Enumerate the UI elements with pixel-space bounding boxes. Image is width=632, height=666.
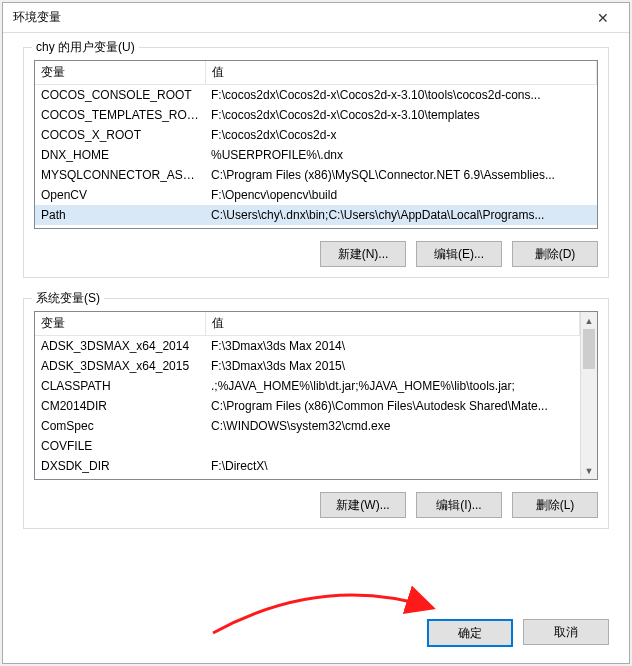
user-delete-button[interactable]: 删除(D): [512, 241, 598, 267]
table-row[interactable]: PathC:\Users\chy\.dnx\bin;C:\Users\chy\A…: [35, 205, 597, 225]
cell-val: C:\Program Files (x86)\Common Files\Auto…: [205, 396, 580, 416]
scroll-thumb[interactable]: [583, 329, 595, 369]
dialog-footer: 确定 取消: [3, 613, 629, 663]
cell-val: [205, 436, 580, 456]
cell-val: F:\3Dmax\3ds Max 2015\: [205, 356, 580, 376]
system-vars-table[interactable]: 变量 值 ADSK_3DSMAX_x64_2014F:\3Dmax\3ds Ma…: [35, 312, 580, 476]
table-row[interactable]: COCOS_CONSOLE_ROOTF:\cocos2dx\Cocos2d-x\…: [35, 85, 597, 106]
cell-val: F:\Opencv\opencv\build: [205, 185, 597, 205]
cell-val: F:\cocos2dx\Cocos2d-x\Cocos2d-x-3.10\too…: [205, 85, 597, 106]
user-edit-button[interactable]: 编辑(E)...: [416, 241, 502, 267]
cell-var: COCOS_X_ROOT: [35, 125, 205, 145]
titlebar: 环境变量 ✕: [3, 3, 629, 33]
cell-var: COCOS_CONSOLE_ROOT: [35, 85, 205, 106]
system-vars-label: 系统变量(S): [32, 290, 104, 307]
system-new-button[interactable]: 新建(W)...: [320, 492, 406, 518]
cell-val: C:\WINDOWS\system32\cmd.exe: [205, 416, 580, 436]
table-row[interactable]: COVFILE: [35, 436, 580, 456]
table-row[interactable]: DXSDK_DIRF:\DirectX\: [35, 456, 580, 476]
scroll-down-icon[interactable]: ▼: [581, 462, 597, 479]
cell-var: DXSDK_DIR: [35, 456, 205, 476]
table-row[interactable]: COCOS_X_ROOTF:\cocos2dx\Cocos2d-x: [35, 125, 597, 145]
col-header-val[interactable]: 值: [205, 61, 597, 85]
cell-val: F:\3Dmax\3ds Max 2014\: [205, 336, 580, 357]
cell-var: CLASSPATH: [35, 376, 205, 396]
cell-var: OpenCV: [35, 185, 205, 205]
cell-var: COCOS_TEMPLATES_ROOT: [35, 105, 205, 125]
table-row[interactable]: ComSpecC:\WINDOWS\system32\cmd.exe: [35, 416, 580, 436]
user-vars-group: chy 的用户变量(U) 变量 值 COCOS_CONSOLE: [23, 47, 609, 278]
cell-var: ComSpec: [35, 416, 205, 436]
user-vars-table[interactable]: 变量 值 COCOS_CONSOLE_ROOTF:\cocos2dx\Cocos…: [35, 61, 597, 225]
col-header-val[interactable]: 值: [205, 312, 580, 336]
cell-var: COVFILE: [35, 436, 205, 456]
cell-val: F:\DirectX\: [205, 456, 580, 476]
cell-val: .;%JAVA_HOME%\lib\dt.jar;%JAVA_HOME%\lib…: [205, 376, 580, 396]
table-row[interactable]: CM2014DIRC:\Program Files (x86)\Common F…: [35, 396, 580, 416]
cell-var: ADSK_3DSMAX_x64_2015: [35, 356, 205, 376]
cell-val: F:\cocos2dx\Cocos2d-x\Cocos2d-x-3.10\tem…: [205, 105, 597, 125]
col-header-var[interactable]: 变量: [35, 61, 205, 85]
cell-val: C:\Program Files (x86)\MySQL\Connector.N…: [205, 165, 597, 185]
table-row[interactable]: CLASSPATH.;%JAVA_HOME%\lib\dt.jar;%JAVA_…: [35, 376, 580, 396]
cancel-button[interactable]: 取消: [523, 619, 609, 645]
ok-button[interactable]: 确定: [427, 619, 513, 647]
cell-var: DNX_HOME: [35, 145, 205, 165]
cell-var: CM2014DIR: [35, 396, 205, 416]
cell-val: F:\cocos2dx\Cocos2d-x: [205, 125, 597, 145]
table-row[interactable]: COCOS_TEMPLATES_ROOTF:\cocos2dx\Cocos2d-…: [35, 105, 597, 125]
window-title: 环境变量: [13, 9, 61, 26]
system-vars-group: 系统变量(S) 变量 值 ADSK_3DSMAX_x64_20: [23, 298, 609, 529]
close-button[interactable]: ✕: [583, 4, 623, 32]
system-edit-button[interactable]: 编辑(I)...: [416, 492, 502, 518]
system-delete-button[interactable]: 删除(L): [512, 492, 598, 518]
cell-val: C:\Users\chy\.dnx\bin;C:\Users\chy\AppDa…: [205, 205, 597, 225]
table-row[interactable]: ADSK_3DSMAX_x64_2014F:\3Dmax\3ds Max 201…: [35, 336, 580, 357]
system-vars-scrollbar[interactable]: ▲ ▼: [580, 312, 597, 479]
system-vars-table-wrap: 变量 值 ADSK_3DSMAX_x64_2014F:\3Dmax\3ds Ma…: [34, 311, 598, 480]
dialog-body: chy 的用户变量(U) 变量 值 COCOS_CONSOLE: [3, 33, 629, 613]
user-new-button[interactable]: 新建(N)...: [320, 241, 406, 267]
user-vars-label: chy 的用户变量(U): [32, 39, 139, 56]
col-header-var[interactable]: 变量: [35, 312, 205, 336]
cell-var: ADSK_3DSMAX_x64_2014: [35, 336, 205, 357]
env-vars-dialog: 环境变量 ✕ chy 的用户变量(U) 变量 值: [2, 2, 630, 664]
table-row[interactable]: ADSK_3DSMAX_x64_2015F:\3Dmax\3ds Max 201…: [35, 356, 580, 376]
user-vars-table-wrap: 变量 值 COCOS_CONSOLE_ROOTF:\cocos2dx\Cocos…: [34, 60, 598, 229]
cell-val: %USERPROFILE%\.dnx: [205, 145, 597, 165]
cell-var: Path: [35, 205, 205, 225]
scroll-track[interactable]: [581, 369, 597, 462]
cell-var: MYSQLCONNECTOR_ASS...: [35, 165, 205, 185]
user-vars-buttons: 新建(N)... 编辑(E)... 删除(D): [34, 241, 598, 267]
system-vars-buttons: 新建(W)... 编辑(I)... 删除(L): [34, 492, 598, 518]
scroll-up-icon[interactable]: ▲: [581, 312, 597, 329]
close-icon: ✕: [597, 10, 609, 26]
table-row[interactable]: OpenCVF:\Opencv\opencv\build: [35, 185, 597, 205]
table-row[interactable]: MYSQLCONNECTOR_ASS...C:\Program Files (x…: [35, 165, 597, 185]
table-row[interactable]: DNX_HOME%USERPROFILE%\.dnx: [35, 145, 597, 165]
